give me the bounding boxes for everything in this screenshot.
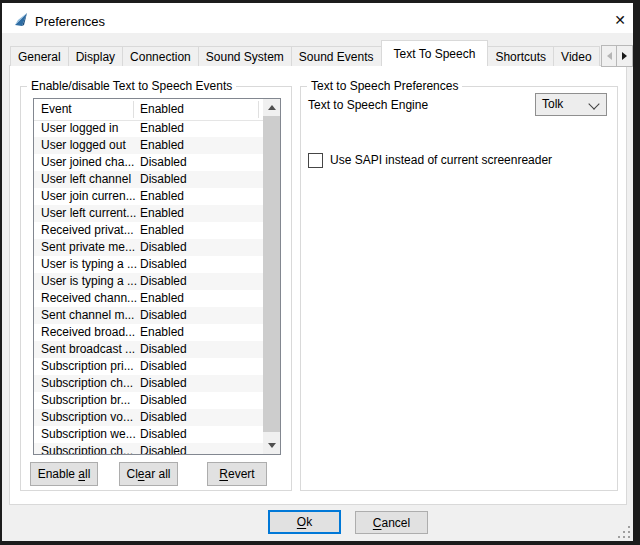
backdrop-right <box>633 0 640 545</box>
column-header-enabled[interactable]: Enabled <box>140 99 250 120</box>
sapi-checkbox-label: Use SAPI instead of current screenreader <box>330 153 552 167</box>
event-cell: User is typing a ... <box>41 256 137 273</box>
scrollbar-thumb[interactable] <box>263 116 280 432</box>
enabled-cell: Disabled <box>140 392 261 409</box>
tab-sound-system[interactable]: Sound System <box>198 46 292 66</box>
enabled-cell: Disabled <box>140 443 261 454</box>
table-row[interactable]: Subscription vo... Disabled <box>34 409 263 426</box>
event-list[interactable]: Event Enabled User logged in Enabled Use… <box>33 98 281 455</box>
tts-preferences-group-box: Text to Speech Preferences <box>300 86 618 491</box>
arrow-down-icon <box>268 443 276 448</box>
enabled-cell: Disabled <box>140 273 261 290</box>
title-bar[interactable]: Preferences ✕ <box>2 3 633 33</box>
chevron-down-icon <box>588 98 599 109</box>
event-cell: User left channel <box>41 171 137 188</box>
tab-display[interactable]: Display <box>68 46 123 66</box>
vertical-scrollbar[interactable] <box>263 99 280 454</box>
column-divider[interactable] <box>258 101 259 118</box>
enabled-cell: Enabled <box>140 205 261 222</box>
enabled-cell: Disabled <box>140 239 261 256</box>
enabled-cell: Disabled <box>140 171 261 188</box>
table-row[interactable]: User left channel Disabled <box>34 171 263 188</box>
tab-sound-events[interactable]: Sound Events <box>291 46 382 66</box>
cancel-button[interactable]: Cancel <box>355 511 428 534</box>
event-cell: User left current... <box>41 205 137 222</box>
table-row[interactable]: User is typing a ... Disabled <box>34 273 263 290</box>
enabled-cell: Disabled <box>140 358 261 375</box>
revert-button[interactable]: Revert <box>207 462 267 486</box>
table-row[interactable]: Subscription ch... Disabled <box>34 375 263 392</box>
enabled-cell: Enabled <box>140 137 261 154</box>
table-row[interactable]: User joined cha... Disabled <box>34 154 263 171</box>
table-row[interactable]: User logged out Enabled <box>34 137 263 154</box>
table-row[interactable]: User is typing a ... Disabled <box>34 256 263 273</box>
event-cell: Subscription we... <box>41 426 137 443</box>
event-cell: User logged in <box>41 120 137 137</box>
event-cell: User join curren... <box>41 188 137 205</box>
engine-combobox-value: Tolk <box>542 94 563 115</box>
enabled-cell: Disabled <box>140 375 261 392</box>
engine-label: Text to Speech Engine <box>308 98 428 112</box>
ok-button[interactable]: Ok <box>268 510 341 534</box>
event-list-rows: User logged in Enabled User logged out E… <box>34 120 263 454</box>
event-cell: Received chann... <box>41 290 137 307</box>
tab-connection[interactable]: Connection <box>122 46 199 66</box>
event-cell: Received privat... <box>41 222 137 239</box>
table-row[interactable]: Subscription pri... Disabled <box>34 358 263 375</box>
clear-all-button[interactable]: Clear all <box>119 462 178 486</box>
event-cell: Subscription ch... <box>41 375 137 392</box>
resize-grip[interactable] <box>618 526 632 540</box>
table-row[interactable]: Subscription br... Disabled <box>34 392 263 409</box>
enabled-cell: Enabled <box>140 120 261 137</box>
enable-all-button[interactable]: Enable all <box>30 462 98 486</box>
table-row[interactable]: Sent private me... Disabled <box>34 239 263 256</box>
chevron-left-icon <box>607 52 612 60</box>
close-icon[interactable]: ✕ <box>608 10 632 30</box>
enabled-cell: Enabled <box>140 188 261 205</box>
events-group-title: Enable/disable Text to Speech Events <box>27 79 236 93</box>
enabled-cell: Disabled <box>140 154 261 171</box>
event-cell: Sent channel m... <box>41 307 137 324</box>
event-cell: Received broad... <box>41 324 137 341</box>
enabled-cell: Enabled <box>140 222 261 239</box>
enabled-cell: Disabled <box>140 426 261 443</box>
window-title: Preferences <box>35 14 105 29</box>
table-row[interactable]: User join curren... Enabled <box>34 188 263 205</box>
enabled-cell: Disabled <box>140 307 261 324</box>
scroll-up-button[interactable] <box>263 99 280 116</box>
tab-general[interactable]: General <box>10 46 69 66</box>
tab-bar: General Display Connection Sound System … <box>10 40 600 66</box>
event-list-header: Event Enabled <box>34 99 263 121</box>
arrow-up-icon <box>268 105 276 110</box>
event-cell: User is typing a ... <box>41 273 137 290</box>
sapi-checkbox[interactable] <box>308 153 323 168</box>
backdrop-bottom <box>0 541 640 545</box>
enabled-cell: Disabled <box>140 409 261 426</box>
tab-shortcuts[interactable]: Shortcuts <box>487 46 554 66</box>
preferences-dialog: Preferences ✕ General Display Connection… <box>0 0 640 545</box>
event-cell: Subscription ch... <box>41 443 137 454</box>
column-header-event[interactable]: Event <box>41 99 133 120</box>
table-row[interactable]: Subscription we... Disabled <box>34 426 263 443</box>
tts-preferences-title: Text to Speech Preferences <box>307 79 462 93</box>
chevron-right-icon <box>622 52 627 60</box>
table-row[interactable]: Received chann... Enabled <box>34 290 263 307</box>
table-row[interactable]: Received broad... Enabled <box>34 324 263 341</box>
event-cell: Subscription vo... <box>41 409 137 426</box>
table-row[interactable]: Sent channel m... Disabled <box>34 307 263 324</box>
table-row[interactable]: Sent broadcast ... Disabled <box>34 341 263 358</box>
tab-video[interactable]: Video <box>553 46 599 66</box>
table-row[interactable]: Subscription ch... Disabled <box>34 443 263 454</box>
event-cell: Subscription pri... <box>41 358 137 375</box>
tab-text-to-speech[interactable]: Text To Speech <box>381 40 489 66</box>
engine-combobox[interactable]: Tolk <box>535 93 607 116</box>
enabled-cell: Enabled <box>140 290 261 307</box>
table-row[interactable]: User logged in Enabled <box>34 120 263 137</box>
table-row[interactable]: Received privat... Enabled <box>34 222 263 239</box>
app-logo-icon <box>13 12 29 28</box>
table-row[interactable]: User left current... Enabled <box>34 205 263 222</box>
scroll-down-button[interactable] <box>263 437 280 454</box>
backdrop-left <box>0 0 2 545</box>
column-divider[interactable] <box>133 101 134 118</box>
tab-scroll-right-button[interactable] <box>616 45 633 67</box>
